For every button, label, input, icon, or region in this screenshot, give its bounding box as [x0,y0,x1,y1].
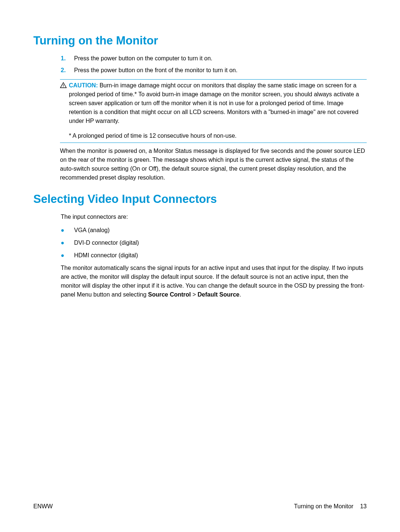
caution-text: CAUTION: Burn-in image damage might occu… [69,81,367,140]
bullet-text: HDMI connector (digital) [74,251,138,260]
bullet-text: DVI-D connector (digital) [74,238,139,247]
section-heading-2: Selecting Video Input Connectors [33,193,367,206]
body-text-end: . [239,291,241,298]
caution-body-text: Burn-in image damage might occur on moni… [69,82,359,124]
body-gt: > [191,291,197,298]
bullet-text: VGA (analog) [74,226,110,235]
svg-point-1 [63,86,64,87]
step-item: 1. Press the power button on the compute… [61,54,367,63]
page-footer: ENWW Turning on the Monitor 13 [33,503,367,510]
footer-page-number: 13 [360,503,367,510]
list-item: ● VGA (analog) [61,226,367,235]
intro-text: The input connectors are: [61,213,367,221]
body-paragraph: The monitor automatically scans the sign… [61,264,367,299]
step-number: 1. [61,54,74,63]
warning-icon [60,82,67,91]
caution-label: CAUTION: [69,82,98,88]
caution-block: CAUTION: Burn-in image damage might occu… [60,79,367,143]
step-number: 2. [61,66,74,75]
steps-list: 1. Press the power button on the compute… [61,54,367,75]
bullet-icon: ● [61,226,74,235]
list-item: ● DVI-D connector (digital) [61,238,367,247]
bullet-list: ● VGA (analog) ● DVI-D connector (digita… [61,226,367,260]
list-item: ● HDMI connector (digital) [61,251,367,260]
bold-text-2: Default Source [198,291,240,298]
footer-section-name: Turning on the Monitor [294,503,353,510]
bold-text-1: Source Control [148,291,191,298]
bullet-icon: ● [61,238,74,247]
caution-top-rule [60,79,367,80]
post-caution-paragraph: When the monitor is powered on, a Monito… [60,147,367,182]
step-text: Press the power button on the front of t… [74,66,237,75]
step-text: Press the power button on the computer t… [74,54,213,63]
footer-left: ENWW [33,503,53,510]
step-item: 2. Press the power button on the front o… [61,66,367,75]
caution-bottom-rule [60,143,367,143]
caution-footnote: * A prolonged period of time is 12 conse… [69,131,367,140]
section-heading-1: Turning on the Monitor [33,34,367,47]
bullet-icon: ● [61,251,74,260]
